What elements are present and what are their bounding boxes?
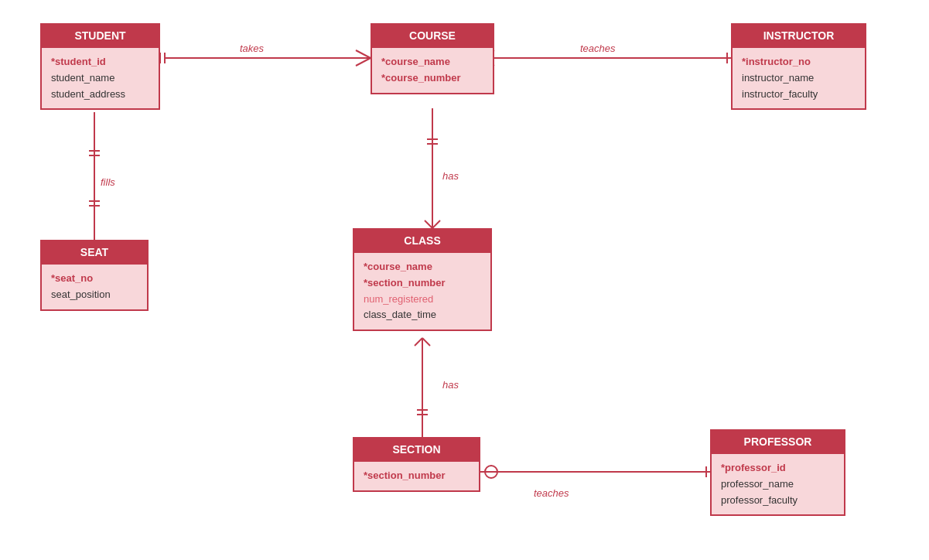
field-professor-name: professor_name: [721, 476, 835, 493]
entity-professor-body: *professor_id professor_name professor_f…: [710, 454, 845, 516]
field-student-id: *student_id: [51, 54, 149, 70]
svg-line-4: [356, 50, 371, 58]
field-class-course-name: *course_name: [364, 259, 481, 275]
entity-section: SECTION *section_number: [353, 437, 480, 492]
entity-student-body: *student_id student_name student_address: [40, 48, 160, 110]
diagram-canvas: STUDENT *student_id student_name student…: [0, 0, 929, 560]
entity-course-body: *course_name *course_number: [371, 48, 494, 94]
field-course-number: *course_number: [381, 70, 483, 87]
entity-seat-body: *seat_no seat_position: [40, 265, 149, 311]
field-class-date-time: class_date_time: [364, 307, 481, 323]
entity-student-header: STUDENT: [40, 23, 160, 48]
relation-takes: takes: [240, 43, 264, 54]
field-course-name: *course_name: [381, 54, 483, 70]
field-professor-faculty: professor_faculty: [721, 493, 835, 509]
field-class-num-registered: num_registered: [364, 292, 481, 308]
entity-class-body: *course_name *section_number num_registe…: [353, 253, 492, 331]
entity-instructor-header: INSTRUCTOR: [731, 23, 866, 48]
entity-seat-header: SEAT: [40, 240, 149, 265]
entity-course-header: COURSE: [371, 23, 494, 48]
field-student-address: student_address: [51, 87, 149, 103]
svg-line-21: [425, 220, 432, 228]
entity-course: COURSE *course_name *course_number: [371, 23, 494, 94]
field-instructor-name: instructor_name: [742, 70, 856, 87]
field-class-section-number: *section_number: [364, 275, 481, 292]
entity-instructor-body: *instructor_no instructor_name instructo…: [731, 48, 866, 110]
field-professor-id: *professor_id: [721, 460, 835, 476]
field-seat-no: *seat_no: [51, 271, 138, 287]
svg-line-25: [415, 338, 422, 346]
svg-point-31: [485, 466, 497, 478]
entity-seat: SEAT *seat_no seat_position: [40, 240, 149, 311]
entity-section-body: *section_number: [353, 462, 480, 492]
entity-class: CLASS *course_name *section_number num_r…: [353, 228, 492, 331]
relation-teaches-professor: teaches: [534, 487, 569, 499]
svg-line-22: [432, 220, 440, 228]
field-student-name: student_name: [51, 70, 149, 87]
field-instructor-faculty: instructor_faculty: [742, 87, 856, 103]
field-section-number: *section_number: [364, 468, 470, 484]
relation-has-course-class: has: [442, 170, 459, 182]
entity-student: STUDENT *student_id student_name student…: [40, 23, 160, 110]
relation-fills: fills: [101, 176, 115, 188]
relation-has-class-section: has: [442, 379, 459, 391]
entity-professor: PROFESSOR *professor_id professor_name p…: [710, 429, 845, 516]
field-instructor-no: *instructor_no: [742, 54, 856, 70]
entity-professor-header: PROFESSOR: [710, 429, 845, 454]
svg-line-26: [422, 338, 430, 346]
entity-section-header: SECTION: [353, 437, 480, 462]
entity-class-header: CLASS: [353, 228, 492, 253]
entity-instructor: INSTRUCTOR *instructor_no instructor_nam…: [731, 23, 866, 110]
svg-line-5: [356, 58, 371, 66]
relation-teaches-instructor: teaches: [580, 43, 616, 54]
field-seat-position: seat_position: [51, 287, 138, 303]
